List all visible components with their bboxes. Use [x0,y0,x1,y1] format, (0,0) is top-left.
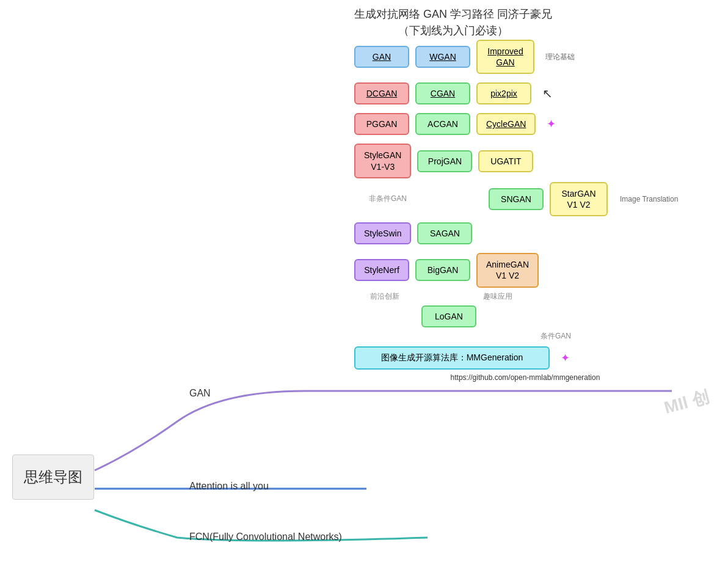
row-theory: GAN WGAN ImprovedGAN 理论基础 [354,40,696,74]
row-4: StyleGANV1-V3 ProjGAN UGATIT [354,144,696,178]
gan-branch-label: GAN [189,388,211,399]
star-icon-cyclegan: ✦ [547,117,556,131]
box-sngan[interactable]: SNGAN [489,188,544,210]
box-stylenerf[interactable]: StyleNerf [354,259,409,281]
box-projgan[interactable]: ProjGAN [417,150,472,172]
theory-label: 理论基础 [545,52,575,62]
row-4-cols: StyleGANV1-V3 ProjGAN UGATIT [354,144,533,178]
label-frontier: 前沿创新 [354,291,415,302]
label-non-conditional: 非条件GAN [354,194,421,204]
title-area: 生成对抗网络 GAN 学习路径 同济子豪兄 （下划线为入门必读） [354,6,552,39]
row-6-cols: StyleSwin SAGAN [354,222,472,244]
row-7: StyleNerf BigGAN AnimeGANV1 V2 [354,253,696,287]
row-8-cols: LoGAN [354,305,476,327]
title-line2: （下划线为入门必读） [354,23,552,39]
box-stargan[interactable]: StarGANV1 V2 [550,182,608,216]
box-cyclegan[interactable]: CycleGAN [476,113,536,135]
box-ugatit[interactable]: UGATIT [478,150,533,172]
row-theory-cols: GAN WGAN ImprovedGAN 理论基础 [354,40,575,74]
center-node: 思维导图 [12,454,94,500]
box-cgan[interactable]: CGAN [415,82,470,104]
label-conditional: 条件GAN [415,331,696,341]
row-3: PGGAN ACGAN CycleGAN ✦ [354,113,696,135]
box-pix2pix[interactable]: pix2pix [476,82,531,104]
row-2: DCGAN CGAN pix2pix ↖ [354,82,696,104]
box-pggan[interactable]: PGGAN [354,113,409,135]
box-sagan[interactable]: SAGAN [417,222,472,244]
row-5-cols: SNGAN StarGANV1 V2 Image Translation [428,182,678,216]
github-link[interactable]: https://github.com/open-mmlab/mmgenerati… [354,373,696,382]
box-logan[interactable]: LoGAN [421,305,476,327]
box-acgan[interactable]: ACGAN [415,113,470,135]
row-7-cols: StyleNerf BigGAN AnimeGANV1 V2 [354,253,539,287]
row-3-cols: PGGAN ACGAN CycleGAN ✦ [354,113,556,135]
main-container: 生成对抗网络 GAN 学习路径 同济子豪兄 （下划线为入门必读） GAN WGA… [0,0,728,573]
cursor-icon: ↖ [542,86,553,101]
box-styleswin[interactable]: StyleSwin [354,222,411,244]
box-stylegan[interactable]: StyleGANV1-V3 [354,144,411,178]
box-biggan[interactable]: BigGAN [415,259,470,281]
box-mmgen[interactable]: 图像生成开源算法库：MMGeneration [354,346,550,370]
box-dcgan[interactable]: DCGAN [354,82,409,104]
attention-branch-label: Attention is all you [189,481,269,492]
gan-diagram: GAN WGAN ImprovedGAN 理论基础 DCGAN CGAN pix… [354,40,696,382]
row-6: StyleSwin SAGAN [354,222,696,244]
label-image-translation: Image Translation [620,195,678,203]
label-non-conditional-row: 非条件GAN SNGAN StarGANV1 V2 Image Translat… [354,182,696,216]
row-8: LoGAN [354,305,696,327]
row-2-cols: DCGAN CGAN pix2pix ↖ [354,82,553,104]
box-gan[interactable]: GAN [354,46,409,68]
star-icon-mmgen: ✦ [561,351,570,365]
row-mmgen-cols: 图像生成开源算法库：MMGeneration ✦ [354,346,570,370]
watermark: MIl 创 [662,385,712,420]
box-animegan[interactable]: AnimeGANV1 V2 [476,253,539,287]
labels-frontier-fun-row: 前沿创新 趣味应用 [354,291,696,302]
title-line1: 生成对抗网络 GAN 学习路径 同济子豪兄 [354,6,552,23]
box-improved-gan[interactable]: ImprovedGAN [476,40,534,74]
row-mmgen: 图像生成开源算法库：MMGeneration ✦ [354,346,696,370]
box-wgan[interactable]: WGAN [415,46,470,68]
label-fun: 趣味应用 [467,291,528,302]
fcn-branch-label: FCN(Fully Convolutional Networks) [189,531,342,542]
